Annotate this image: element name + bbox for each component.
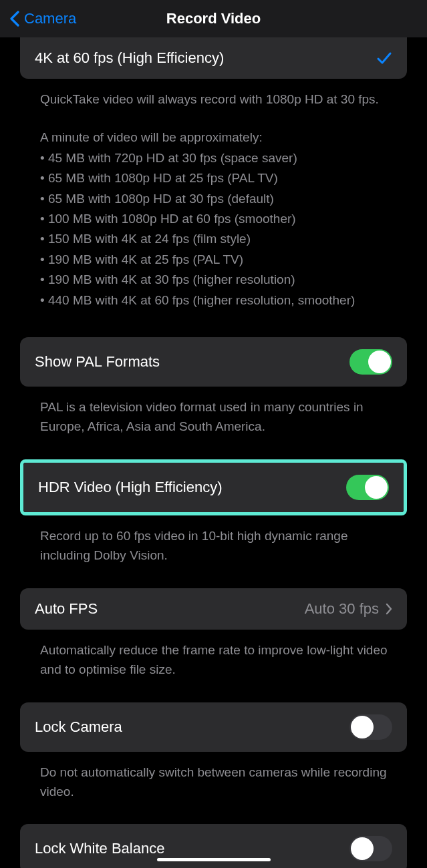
- size-line: • 65 MB with 1080p HD at 25 fps (PAL TV): [40, 168, 395, 188]
- pal-footer: PAL is a television video format used in…: [0, 387, 427, 437]
- home-indicator[interactable]: [157, 858, 271, 861]
- size-info: A minute of video will be approximately:…: [0, 109, 427, 337]
- show-pal-formats-row[interactable]: Show PAL Formats: [20, 337, 407, 387]
- hdr-label: HDR Video (High Efficiency): [38, 479, 223, 496]
- size-line: • 65 MB with 1080p HD at 30 fps (default…: [40, 189, 395, 209]
- chevron-right-icon: [386, 603, 392, 615]
- pal-label: Show PAL Formats: [35, 353, 160, 371]
- size-line: • 45 MB with 720p HD at 30 fps (space sa…: [40, 148, 395, 168]
- size-line: • 100 MB with 1080p HD at 60 fps (smooth…: [40, 209, 395, 229]
- hdr-highlight: HDR Video (High Efficiency): [20, 459, 407, 515]
- lockcam-label: Lock Camera: [35, 718, 122, 736]
- size-line: • 440 MB with 4K at 60 fps (higher resol…: [40, 290, 395, 310]
- pal-toggle[interactable]: [349, 349, 392, 375]
- hdr-video-row[interactable]: HDR Video (High Efficiency): [23, 463, 404, 512]
- navbar: Camera Record Video: [0, 0, 427, 37]
- auto-fps-row[interactable]: Auto FPS Auto 30 fps: [20, 588, 407, 630]
- autofps-label: Auto FPS: [35, 600, 305, 618]
- lock-camera-row[interactable]: Lock Camera: [20, 702, 407, 752]
- back-button[interactable]: Camera: [9, 10, 76, 27]
- resolution-option-selected[interactable]: 4K at 60 fps (High Efficiency): [20, 37, 407, 79]
- lockwb-label: Lock White Balance: [35, 840, 164, 857]
- resolution-label: 4K at 60 fps (High Efficiency): [35, 49, 224, 67]
- autofps-value: Auto 30 fps: [305, 600, 379, 618]
- size-line: • 150 MB with 4K at 24 fps (film style): [40, 229, 395, 249]
- autofps-footer: Automatically reduce the frame rate to i…: [0, 630, 427, 680]
- hdr-toggle[interactable]: [346, 475, 389, 500]
- size-line: • 190 MB with 4K at 30 fps (higher resol…: [40, 270, 395, 290]
- back-label: Camera: [24, 10, 76, 27]
- quicktake-note: QuickTake video will always record with …: [0, 79, 427, 109]
- checkmark-icon: [376, 51, 392, 65]
- chevron-left-icon: [9, 11, 20, 27]
- size-line: • 190 MB with 4K at 25 fps (PAL TV): [40, 250, 395, 270]
- size-intro: A minute of video will be approximately:: [40, 130, 263, 144]
- page-title: Record Video: [166, 10, 261, 27]
- lockcam-footer: Do not automatically switch between came…: [0, 752, 427, 802]
- lockcam-toggle[interactable]: [349, 714, 392, 740]
- hdr-footer: Record up to 60 fps video in 10-bit high…: [0, 515, 427, 566]
- lock-white-balance-row[interactable]: Lock White Balance: [20, 824, 407, 868]
- lockwb-toggle[interactable]: [349, 836, 392, 861]
